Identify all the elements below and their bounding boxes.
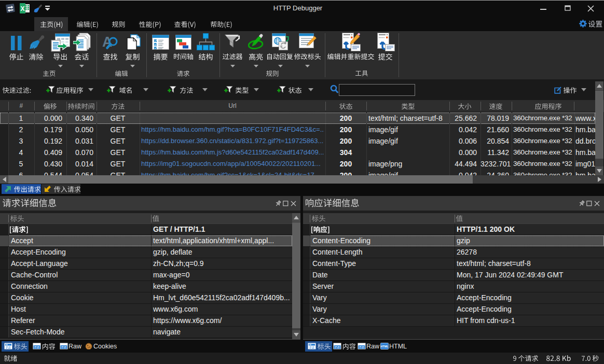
svg-text:HTML: HTML (380, 345, 389, 348)
svg-text:X: X (20, 5, 24, 12)
